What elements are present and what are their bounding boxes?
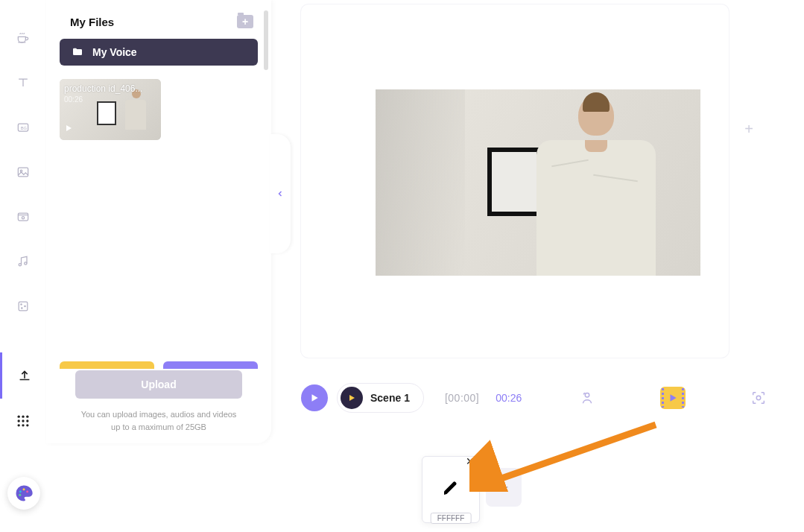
- svg-point-18: [18, 424, 20, 426]
- svg-point-7: [25, 262, 27, 265]
- color-edit-card[interactable]: ✕ FFFFFF: [422, 456, 480, 523]
- pencil-icon: [442, 479, 460, 500]
- upload-button[interactable]: Upload: [75, 370, 242, 399]
- svg-point-14: [26, 416, 28, 418]
- upload-tab[interactable]: [0, 352, 46, 399]
- svg-point-26: [26, 490, 28, 493]
- svg-point-12: [18, 416, 20, 418]
- svg-point-15: [18, 419, 20, 422]
- time-total: [00:00]: [445, 392, 479, 404]
- upload-hint: You can upload images, audios and videos…: [46, 408, 271, 433]
- apps-icon[interactable]: [0, 399, 46, 443]
- panel-chips: [60, 361, 258, 369]
- thumb-duration: 00:26: [64, 95, 83, 104]
- svg-point-16: [22, 419, 24, 422]
- audio-icon[interactable]: [15, 253, 31, 270]
- svg-point-6: [19, 264, 21, 266]
- media-thumbnail[interactable]: production id_406... 00:26: [60, 79, 161, 140]
- svg-point-27: [19, 494, 21, 496]
- close-icon[interactable]: ✕: [464, 455, 476, 467]
- scrollbar[interactable]: [264, 10, 268, 70]
- svg-point-13: [22, 416, 24, 418]
- focus-icon[interactable]: [748, 387, 769, 408]
- color-hex-label: FFFFFF: [431, 513, 472, 524]
- effects-icon[interactable]: [15, 298, 31, 314]
- person-figure: [536, 95, 656, 276]
- video-preview[interactable]: [376, 89, 700, 276]
- theme-palette-button[interactable]: [7, 477, 40, 510]
- chip-yellow[interactable]: [60, 361, 154, 369]
- add-folder-button[interactable]: +: [237, 15, 253, 28]
- svg-point-5: [22, 217, 24, 219]
- palette-icon: [13, 483, 34, 504]
- svg-point-20: [26, 424, 28, 426]
- scene-play-button[interactable]: [341, 387, 363, 409]
- toolbar: Scene 1 [00:00] 00:26: [301, 380, 782, 416]
- play-button[interactable]: [301, 384, 328, 411]
- time-current: 00:26: [496, 392, 522, 404]
- svg-point-24: [19, 490, 22, 493]
- svg-point-11: [22, 308, 22, 308]
- svg-point-22: [757, 396, 762, 400]
- image-icon[interactable]: [15, 164, 31, 180]
- play-icon: [64, 122, 73, 136]
- folder-label: My Voice: [92, 46, 137, 58]
- text-icon[interactable]: [15, 75, 31, 91]
- svg-rect-8: [19, 302, 28, 311]
- svg-rect-2: [18, 168, 28, 177]
- coffee-icon[interactable]: [15, 30, 31, 46]
- video-icon[interactable]: [15, 209, 31, 225]
- timeline-button[interactable]: [660, 387, 686, 409]
- play-icon: [668, 393, 678, 403]
- svg-point-25: [22, 488, 25, 490]
- add-item-button[interactable]: +: [486, 468, 522, 507]
- collapse-panel-button[interactable]: [270, 134, 291, 253]
- play-icon: [309, 393, 320, 403]
- svg-text:BG: BG: [21, 126, 28, 130]
- person-icon[interactable]: [577, 387, 598, 408]
- svg-point-21: [586, 393, 590, 398]
- picture-frame: [487, 148, 541, 216]
- svg-point-17: [26, 419, 28, 422]
- folder-my-voice[interactable]: My Voice: [60, 39, 258, 66]
- svg-point-9: [21, 304, 22, 305]
- thumb-label: production id_406...: [64, 83, 142, 94]
- folder-icon: [72, 46, 83, 58]
- side-panel: My Files + My Voice production id_406...…: [46, 0, 271, 443]
- svg-point-19: [22, 424, 24, 426]
- scene-selector[interactable]: Scene 1: [337, 383, 424, 413]
- svg-point-10: [25, 305, 25, 306]
- add-slide-button[interactable]: +: [739, 119, 759, 139]
- chip-purple[interactable]: [163, 361, 258, 369]
- background-icon[interactable]: BG: [15, 119, 31, 136]
- panel-title: My Files: [70, 16, 114, 28]
- scene-label: Scene 1: [370, 392, 410, 404]
- chevron-left-icon: [276, 189, 285, 198]
